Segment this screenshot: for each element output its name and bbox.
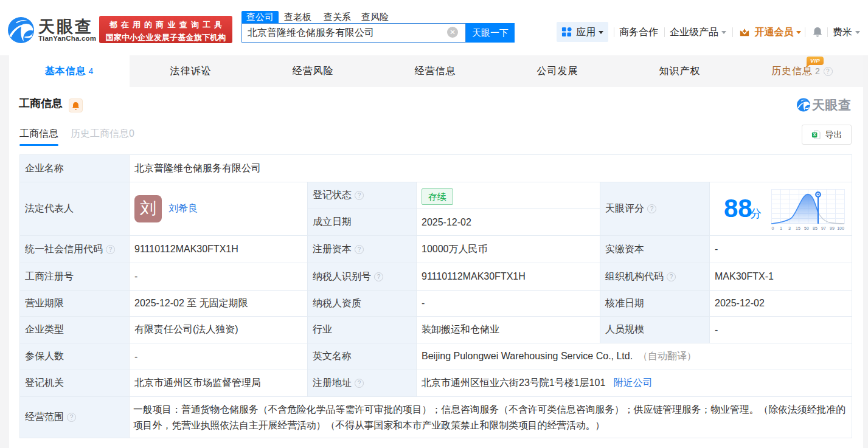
svg-text:1: 1 (780, 226, 782, 230)
svg-text:0: 0 (772, 226, 774, 230)
svg-text:99: 99 (830, 226, 835, 230)
svg-text:3: 3 (788, 226, 791, 230)
svg-text:天眼查: 天眼查 (811, 98, 852, 112)
svg-text:50: 50 (804, 226, 809, 230)
svg-text:X: X (813, 133, 816, 137)
svg-text:100: 100 (837, 226, 844, 230)
svg-text:15: 15 (796, 226, 800, 230)
svg-text:85: 85 (813, 226, 818, 230)
svg-text:97: 97 (821, 226, 826, 230)
